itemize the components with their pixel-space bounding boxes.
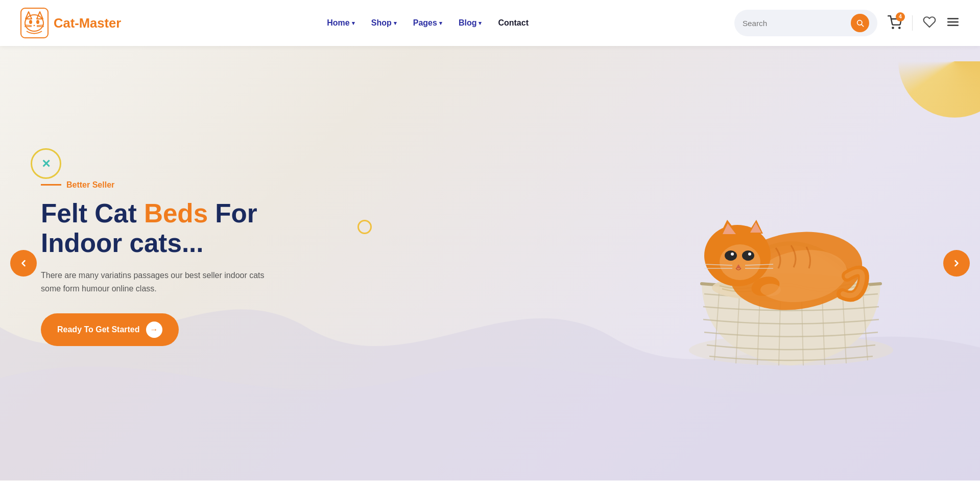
nav-pages[interactable]: Pages ▾ <box>413 18 442 28</box>
logo-text: Cat-Master <box>54 16 121 31</box>
slider-next-button[interactable] <box>943 250 970 277</box>
cart-button[interactable]: 4 <box>888 15 902 31</box>
svg-point-14 <box>899 27 900 28</box>
hamburger-menu-button[interactable] <box>946 15 960 31</box>
logo[interactable]: Cat-Master <box>20 8 121 38</box>
chevron-down-icon: ▾ <box>479 20 482 27</box>
heart-icon <box>923 15 936 29</box>
badge-line <box>41 184 61 186</box>
deco-cross-icon: ✕ <box>31 148 61 179</box>
chevron-down-icon: ▾ <box>394 20 397 27</box>
svg-point-31 <box>720 244 760 280</box>
wishlist-button[interactable] <box>923 15 936 31</box>
svg-point-5 <box>36 20 39 24</box>
svg-line-9 <box>37 25 44 26</box>
badge-label: Better Seller <box>66 180 114 190</box>
search-icon <box>856 19 864 27</box>
logo-icon <box>20 8 49 38</box>
main-nav: Home ▾ Shop ▾ Pages ▾ Blog ▾ Contact <box>327 18 529 28</box>
svg-point-4 <box>29 20 32 24</box>
hero-description: There are many variatins passages our be… <box>41 269 266 295</box>
header-actions: 4 <box>734 10 960 36</box>
svg-point-39 <box>748 253 751 256</box>
cat-basket-illustration <box>648 125 934 401</box>
hero-section: ✕ Better Seller Felt Cat Beds For Indoor… <box>0 46 980 480</box>
search-button[interactable] <box>851 14 869 32</box>
hero-badge: Better Seller <box>41 180 266 190</box>
svg-marker-6 <box>33 25 35 26</box>
nav-blog[interactable]: Blog ▾ <box>459 18 482 28</box>
svg-point-37 <box>742 250 754 261</box>
svg-point-38 <box>731 253 734 256</box>
cta-button[interactable]: Ready To Get Started → <box>41 313 179 346</box>
chevron-left-icon <box>18 258 29 268</box>
chevron-down-icon: ▾ <box>439 20 442 27</box>
svg-line-12 <box>862 25 864 27</box>
hero-image-area <box>643 115 939 411</box>
deco-ring-small <box>357 220 372 234</box>
svg-point-13 <box>892 27 893 28</box>
nav-home[interactable]: Home ▾ <box>327 18 354 28</box>
deco-circle-top-right <box>898 46 980 118</box>
cta-arrow-icon: → <box>146 322 162 338</box>
svg-point-46 <box>760 284 781 296</box>
slider-prev-button[interactable] <box>10 250 37 277</box>
menu-icon <box>946 15 960 29</box>
divider <box>912 15 913 31</box>
chevron-right-icon <box>951 258 962 268</box>
search-bar <box>734 10 877 36</box>
hero-content: Better Seller Felt Cat Beds For Indoor c… <box>0 180 306 347</box>
cta-label: Ready To Get Started <box>57 325 140 334</box>
cart-badge: 4 <box>896 12 905 21</box>
svg-line-7 <box>25 25 32 26</box>
header: Cat-Master Home ▾ Shop ▾ Pages ▾ Blog ▾ … <box>0 0 980 46</box>
hero-title: Felt Cat Beds For Indoor cats... <box>41 199 266 259</box>
chevron-down-icon: ▾ <box>352 20 355 27</box>
search-input[interactable] <box>743 19 847 28</box>
svg-point-36 <box>725 250 737 261</box>
svg-point-3 <box>25 15 43 31</box>
nav-shop[interactable]: Shop ▾ <box>371 18 397 28</box>
nav-contact[interactable]: Contact <box>498 18 529 28</box>
